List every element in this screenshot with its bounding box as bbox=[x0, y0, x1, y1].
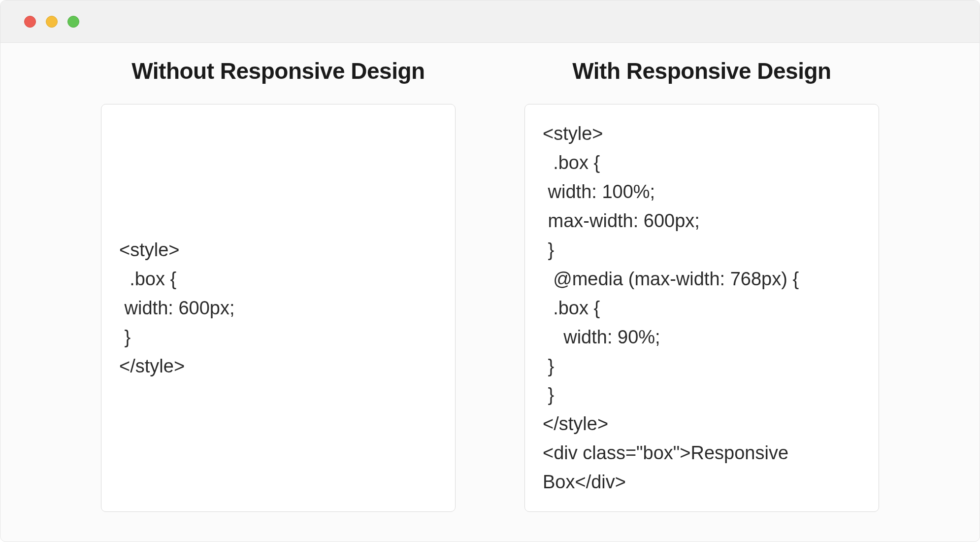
maximize-window-button[interactable] bbox=[67, 16, 79, 28]
left-heading: Without Responsive Design bbox=[101, 58, 456, 84]
right-heading: With Responsive Design bbox=[524, 58, 879, 84]
right-code-box: <style> .box { width: 100%; max-width: 6… bbox=[524, 104, 879, 512]
left-code-box: <style> .box { width: 600px; } </style> bbox=[101, 104, 456, 512]
app-window: Without Responsive Design <style> .box {… bbox=[0, 0, 980, 542]
left-column: Without Responsive Design <style> .box {… bbox=[101, 58, 456, 512]
comparison-content: Without Responsive Design <style> .box {… bbox=[0, 43, 980, 542]
window-titlebar bbox=[0, 0, 980, 43]
close-window-button[interactable] bbox=[24, 16, 36, 28]
right-column: With Responsive Design <style> .box { wi… bbox=[524, 58, 879, 512]
minimize-window-button[interactable] bbox=[46, 16, 58, 28]
